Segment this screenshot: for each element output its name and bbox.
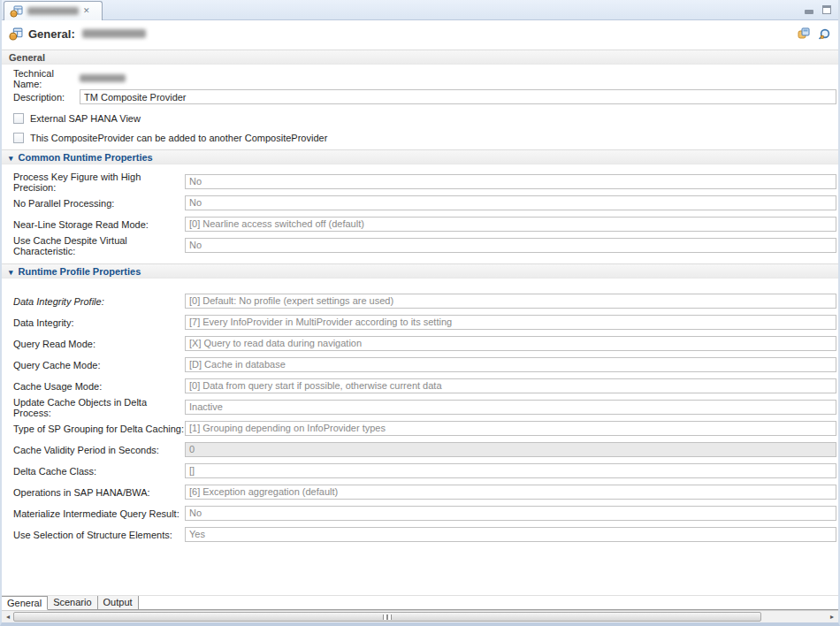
field-row: Cache Usage Mode: [0] Data from query st…	[13, 378, 836, 393]
field-label: Use Cache Despite Virtual Characteristic…	[13, 235, 185, 256]
field-row: Process Key Figure with High Precision: …	[13, 174, 836, 189]
field-value[interactable]: No	[185, 174, 836, 189]
description-input[interactable]	[80, 89, 836, 104]
field-label: Operations in SAP HANA/BWA:	[13, 487, 185, 498]
where-used-button[interactable]	[817, 27, 831, 41]
section-common-runtime-header[interactable]: ▾Common Runtime Properties	[2, 149, 838, 164]
description-label: Description:	[13, 92, 80, 103]
checkbox-label: This CompositeProvider can be added to a…	[30, 133, 327, 143]
field-row: Update Cache Objects in Delta Process: I…	[13, 400, 836, 415]
field-row: Use Selection of Structure Elements: Yes	[13, 527, 836, 542]
checkbox[interactable]	[13, 133, 24, 143]
bottom-bar: General Scenario Output ◂ ▸	[2, 595, 838, 622]
field-label: Query Cache Mode:	[13, 360, 185, 370]
open-sap-gui-button[interactable]	[797, 27, 811, 41]
field-value[interactable]: [0] Nearline access switched off (defaul…	[185, 217, 836, 232]
page-title-redacted	[82, 29, 146, 38]
checkbox-row: External SAP HANA View	[13, 112, 838, 124]
scroll-right-icon[interactable]: ▸	[827, 612, 837, 622]
section-title: Runtime Profile Properties	[19, 266, 141, 277]
field-label: Cache Usage Mode:	[13, 381, 185, 392]
field-value[interactable]: [1] Grouping depending on InfoProvider t…	[185, 421, 836, 436]
checkbox[interactable]	[13, 113, 24, 124]
field-label: Query Read Mode:	[13, 339, 185, 349]
field-label: Near-Line Storage Read Mode:	[13, 219, 185, 230]
collapse-triangle-icon: ▾	[9, 265, 13, 279]
field-value[interactable]: [7] Every InfoProvider in MultiProvider …	[185, 315, 836, 330]
open-sap-gui-icon	[798, 27, 810, 40]
scrollbar-thumb[interactable]	[13, 612, 761, 622]
field-row: Data Integrity: [7] Every InfoProvider i…	[13, 315, 836, 330]
where-used-search-icon	[818, 27, 830, 40]
field-row: No Parallel Processing: No	[13, 195, 836, 210]
field-value[interactable]: [6] Exception aggregation (default)	[185, 485, 836, 500]
field-label: Update Cache Objects in Delta Process:	[13, 397, 185, 418]
field-label: Materialize Intermediate Query Result:	[13, 508, 185, 519]
field-row: Data Integrity Profile: [0] Default: No …	[13, 294, 836, 309]
field-value[interactable]: No	[185, 195, 836, 210]
editor-tab[interactable]: ✕	[4, 1, 103, 20]
page-title: General:	[28, 27, 75, 41]
field-value[interactable]: No	[185, 506, 836, 521]
field-label: Delta Cache Class:	[13, 466, 185, 477]
bottom-tabbar-filler	[139, 596, 838, 610]
technical-name-label: Technical Name:	[13, 68, 80, 89]
bottom-tab[interactable]: Scenario	[48, 596, 97, 610]
field-row: Query Read Mode: [X] Query to read data …	[13, 336, 836, 351]
field-label: Process Key Figure with High Precision:	[13, 172, 185, 193]
field-value[interactable]: No	[185, 238, 836, 253]
technical-name-value-redacted	[80, 74, 126, 82]
tab-close-icon[interactable]: ✕	[83, 7, 90, 15]
editor-window: ✕ General:	[0, 0, 840, 626]
field-label: Data Integrity Profile:	[13, 296, 185, 307]
bottom-tab[interactable]: Output	[98, 596, 139, 610]
section-general-header: General	[2, 50, 838, 65]
common-runtime-fields: Process Key Figure with High Precision: …	[2, 174, 838, 253]
field-value[interactable]: Yes	[185, 527, 836, 542]
tab-title-redacted	[27, 7, 79, 15]
editor-tabstrip: ✕	[2, 0, 838, 20]
checkbox-list: External SAP HANA View This CompositePro…	[2, 112, 838, 143]
field-label: Cache Validity Period in Seconds:	[13, 445, 185, 455]
runtime-profile-fields: Data Integrity Profile: [0] Default: No …	[2, 294, 838, 542]
field-row: Operations in SAP HANA/BWA: [6] Exceptio…	[13, 485, 836, 500]
minimize-icon[interactable]	[805, 10, 813, 14]
field-row: Cache Validity Period in Seconds: 0	[13, 442, 836, 457]
compositeprovider-icon	[10, 5, 23, 18]
field-value[interactable]: Inactive	[185, 400, 836, 415]
field-value[interactable]: [D] Cache in database	[185, 357, 836, 372]
form-header: General:	[2, 20, 838, 47]
section-title: Common Runtime Properties	[19, 152, 153, 163]
field-row: Type of SP Grouping for Delta Caching: […	[13, 421, 836, 436]
field-label: Use Selection of Structure Elements:	[13, 530, 185, 540]
field-label: Data Integrity:	[13, 317, 185, 328]
field-label: Type of SP Grouping for Delta Caching:	[13, 424, 185, 434]
field-value[interactable]: [X] Query to read data during navigation	[185, 336, 836, 351]
checkbox-row: This CompositeProvider can be added to a…	[13, 132, 838, 143]
field-value[interactable]: []	[185, 463, 836, 478]
field-row: Near-Line Storage Read Mode: [0] Nearlin…	[13, 217, 836, 232]
field-value[interactable]: [0] Data from query start if possible, o…	[185, 378, 836, 393]
field-row: Query Cache Mode: [D] Cache in database	[13, 357, 836, 372]
collapse-triangle-icon: ▾	[9, 151, 13, 165]
horizontal-scrollbar[interactable]: ◂ ▸	[2, 610, 838, 622]
field-label: No Parallel Processing:	[13, 198, 185, 209]
compositeprovider-icon	[9, 27, 23, 41]
field-row: Materialize Intermediate Query Result: N…	[13, 506, 836, 521]
maximize-icon[interactable]	[822, 5, 831, 14]
field-row: Delta Cache Class: []	[13, 463, 836, 478]
field-row: Use Cache Despite Virtual Characteristic…	[13, 238, 836, 253]
bottom-tab[interactable]: General	[2, 596, 48, 610]
bottom-tabbar: General Scenario Output	[2, 595, 838, 610]
field-value[interactable]: [0] Default: No profile (expert settings…	[185, 294, 836, 309]
section-runtime-profile-header[interactable]: ▾Runtime Profile Properties	[2, 263, 838, 279]
scroll-left-icon[interactable]: ◂	[3, 612, 13, 622]
field-value[interactable]: 0	[185, 442, 836, 457]
checkbox-label: External SAP HANA View	[30, 113, 141, 124]
